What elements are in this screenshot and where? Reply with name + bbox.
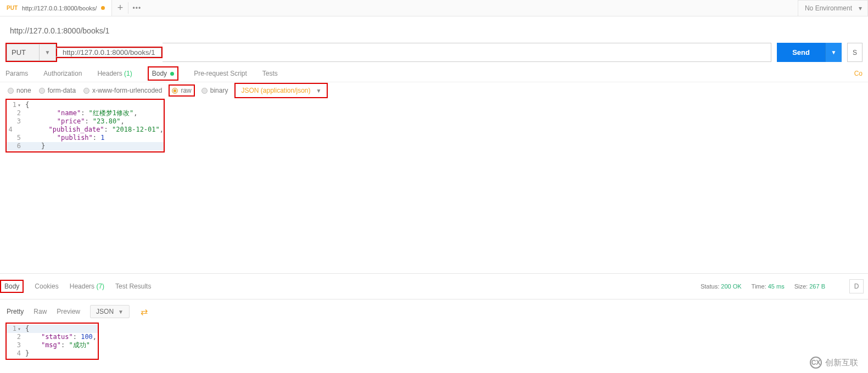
- tab-body[interactable]: Body: [152, 70, 167, 77]
- view-preview[interactable]: Preview: [57, 308, 80, 315]
- chevron-down-icon[interactable]: ▼: [316, 88, 322, 94]
- save-button[interactable]: S: [847, 43, 863, 62]
- chevron-down-icon: ▼: [118, 309, 124, 315]
- json-key: "name": [57, 109, 81, 117]
- tab-title: http://127.0.0.1:8000/books/: [22, 5, 97, 12]
- response-headers-count: (7): [96, 282, 104, 290]
- tab-headers[interactable]: Headers (1): [97, 70, 132, 77]
- json-key: "publish": [57, 134, 93, 142]
- request-name: http://127.0.0.1:8000/books/1: [0, 16, 868, 43]
- response-lang-label: JSON: [96, 308, 114, 315]
- code-text: }: [25, 349, 29, 358]
- json-string: "成功": [69, 341, 89, 349]
- line-num: 3: [7, 341, 25, 349]
- unsaved-dot-icon: [101, 6, 105, 10]
- cookies-link[interactable]: Co: [854, 70, 863, 77]
- line-num: 4: [7, 126, 17, 134]
- json-number: 1: [100, 134, 104, 142]
- tab-headers-label: Headers: [97, 70, 122, 77]
- tab-bar: PUT http://127.0.0.1:8000/books/ + ••• N…: [0, 0, 868, 16]
- method-dropdown-icon[interactable]: ▼: [40, 44, 56, 61]
- body-indicator-icon: [170, 72, 174, 76]
- json-key: "status": [41, 333, 73, 341]
- headers-count: (1): [124, 70, 132, 77]
- send-button[interactable]: Send: [777, 43, 825, 62]
- response-tab-headers[interactable]: Headers (7): [70, 282, 104, 290]
- radio-raw-highlight: raw: [169, 84, 194, 97]
- spacer: [0, 152, 868, 273]
- line-num: 5: [7, 134, 25, 142]
- response-tab-testresults[interactable]: Test Results: [115, 282, 151, 290]
- environment-select[interactable]: No Environment: [798, 0, 868, 16]
- tab-more-button[interactable]: •••: [128, 4, 145, 12]
- json-key: "publish_date": [48, 126, 104, 133]
- radio-formdata-label: form-data: [48, 87, 76, 94]
- tab-body-highlight: Body: [148, 66, 178, 81]
- watermark: CX 创新互联: [810, 357, 858, 369]
- request-body-editor[interactable]: 1▾{ 2 "name": "红楼梦1修改", 3 "price": "23.8…: [5, 99, 165, 152]
- response-tab-cookies[interactable]: Cookies: [35, 282, 58, 290]
- download-icon[interactable]: D: [849, 279, 864, 293]
- json-string: "2018-12-01": [112, 126, 160, 133]
- url-input-highlight: http://127.0.0.1:8000/books/1: [56, 47, 163, 58]
- json-number: 100: [81, 333, 93, 341]
- view-raw[interactable]: Raw: [33, 308, 47, 315]
- line-num: 1: [13, 325, 16, 332]
- tab-params[interactable]: Params: [5, 70, 28, 77]
- response-tab-body[interactable]: Body: [4, 282, 19, 290]
- send-dropdown-icon[interactable]: ▼: [825, 43, 842, 62]
- line-num: 2: [7, 109, 25, 117]
- radio-formdata[interactable]: form-data: [39, 87, 76, 94]
- request-tab[interactable]: PUT http://127.0.0.1:8000/books/: [0, 0, 112, 16]
- response-body-viewer[interactable]: 1▾{ 2 "status": 100, 3 "msg": "成功" 4}: [5, 323, 99, 360]
- json-key: "msg": [41, 341, 61, 349]
- content-type-select[interactable]: JSON (application/json): [241, 87, 310, 94]
- tab-method: PUT: [7, 5, 18, 11]
- radio-raw-label: raw: [181, 87, 191, 94]
- url-input[interactable]: http://127.0.0.1:8000/books/1: [63, 48, 155, 56]
- content-type-highlight: JSON (application/json) ▼: [234, 83, 328, 98]
- response-body-highlight: Body: [0, 280, 24, 293]
- body-type-row: none form-data x-www-form-urlencoded raw…: [0, 82, 868, 99]
- radio-xwww[interactable]: x-www-form-urlencoded: [83, 87, 162, 94]
- watermark-text: 创新互联: [825, 358, 858, 368]
- time: Time: 45 ms: [752, 283, 785, 290]
- status: Status: 200 OK: [701, 283, 742, 290]
- radio-binary-label: binary: [210, 87, 228, 94]
- method-selector-highlight: PUT ▼: [5, 43, 57, 62]
- line-num: 4: [7, 349, 25, 358]
- request-section-tabs: Params Authorization Headers (1) Body Pr…: [0, 62, 868, 82]
- response-view-row: Pretty Raw Preview JSON ▼ ⇄: [0, 299, 868, 321]
- response-lang-select[interactable]: JSON ▼: [90, 305, 130, 318]
- response-headers-label: Headers: [70, 282, 94, 290]
- json-string: "红楼梦1修改": [89, 109, 134, 117]
- tab-tests[interactable]: Tests: [262, 70, 278, 77]
- code-text: {: [25, 325, 29, 333]
- line-num: 6: [7, 142, 25, 150]
- tab-authorization[interactable]: Authorization: [43, 70, 82, 77]
- wrap-icon[interactable]: ⇄: [141, 307, 148, 317]
- radio-none-label: none: [16, 87, 31, 94]
- method-selector[interactable]: PUT: [7, 44, 40, 61]
- tab-prerequest[interactable]: Pre-request Script: [194, 70, 247, 77]
- url-row: PUT ▼ http://127.0.0.1:8000/books/1 Send…: [0, 43, 868, 62]
- environment-label: No Environment: [805, 4, 852, 12]
- size: Size: 267 B: [794, 283, 825, 290]
- response-meta: Status: 200 OK Time: 45 ms Size: 267 B: [701, 283, 832, 290]
- line-num: 2: [7, 333, 25, 341]
- line-num: 1: [13, 101, 16, 109]
- line-num: 3: [7, 117, 25, 126]
- view-pretty[interactable]: Pretty: [7, 308, 24, 315]
- radio-binary[interactable]: binary: [201, 87, 228, 94]
- code-text: {: [25, 101, 29, 109]
- url-input-rest[interactable]: [163, 43, 771, 62]
- radio-none[interactable]: none: [8, 87, 31, 94]
- watermark-logo-icon: CX: [810, 357, 822, 369]
- response-tabs: Body Cookies Headers (7) Test Results St…: [0, 273, 868, 299]
- json-string: "23.80": [93, 117, 121, 125]
- radio-xwww-label: x-www-form-urlencoded: [92, 87, 162, 94]
- code-text: }: [41, 142, 45, 150]
- radio-raw[interactable]: raw: [172, 87, 191, 94]
- new-tab-button[interactable]: +: [112, 2, 128, 14]
- json-key: "price": [57, 117, 85, 125]
